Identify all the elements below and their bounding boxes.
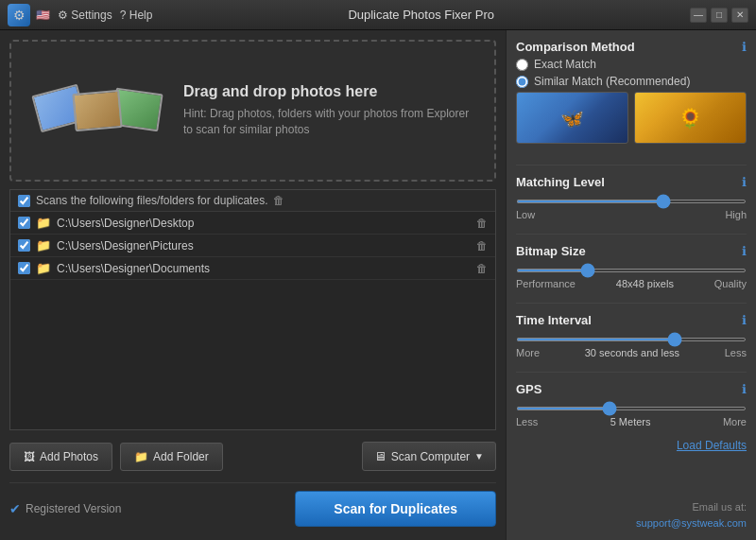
matching-level-header: Matching Level ℹ [516, 175, 747, 189]
scan-duplicates-button[interactable]: Scan for Duplicates [295, 491, 496, 527]
check-icon: ✔ [9, 501, 21, 516]
bitmap-size-slider[interactable] [516, 269, 747, 272]
drop-text: Drag and drop photos here Hint: Drag pho… [183, 83, 479, 138]
window-title: Duplicate Photos Fixer Pro [152, 8, 690, 22]
drop-hint: Hint: Drag photos, folders with your pho… [183, 106, 479, 138]
email-address[interactable]: support@systweak.com [636, 517, 747, 529]
gps-center: 5 Meters [610, 416, 651, 427]
similar-match-radio-input[interactable] [516, 76, 528, 88]
similar-match-label: Similar Match (Recommended) [534, 75, 690, 88]
folder-icon-0: 📁 [36, 216, 51, 230]
list-item: 📁 C:\Users\Designer\Documents 🗑 [10, 257, 495, 280]
divider-2 [516, 234, 747, 235]
comparison-method-radio-group: Exact Match Similar Match (Recommended) [516, 58, 747, 88]
folder-list-checkbox[interactable] [18, 195, 30, 207]
folder-path-1: C:\Users\Designer\Pictures [57, 239, 471, 253]
folder-path-0: C:\Users\Designer\Desktop [57, 217, 471, 230]
registered-badge: ✔ Registered Version [9, 501, 121, 516]
add-photos-button[interactable]: 🖼 Add Photos [9, 443, 112, 471]
bitmap-size-labels: Performance 48x48 pixels Quality [516, 278, 747, 289]
scan-computer-button[interactable]: 🖥 Scan Computer ▼ [362, 442, 496, 471]
thumbnail-yellow: 🌻 [634, 92, 747, 144]
exact-match-radio-input[interactable] [516, 59, 528, 71]
add-folder-icon: 📁 [134, 450, 148, 463]
bitmap-size-info-icon[interactable]: ℹ [742, 244, 747, 258]
titlebar-menu: 🇺🇸 ⚙ Settings ? Help [36, 9, 152, 22]
gps-less: Less [516, 416, 538, 427]
right-panel: Comparison Method ℹ Exact Match Similar … [506, 30, 756, 540]
titlebar-controls: — □ ✕ [690, 8, 748, 23]
comparison-method-section: Comparison Method ℹ Exact Match Similar … [516, 40, 747, 151]
folder-checkbox-0[interactable] [18, 217, 30, 229]
time-interval-less: Less [725, 347, 747, 358]
gps-header: GPS ℹ [516, 382, 747, 396]
time-interval-section: Time Interval ℹ More 30 seconds and less… [516, 313, 747, 358]
bitmap-size-title: Bitmap Size [516, 244, 586, 258]
divider-4 [516, 372, 747, 373]
close-button[interactable]: ✕ [731, 8, 748, 23]
folder-list-delete-icon[interactable]: 🗑 [273, 194, 284, 207]
main-container: Drag and drop photos here Hint: Drag pho… [0, 30, 756, 540]
email-label: Email us at: [516, 499, 747, 515]
folder-checkbox-1[interactable] [18, 239, 30, 252]
load-defaults-button[interactable]: Load Defaults [516, 439, 747, 452]
folder-list-header: Scans the following files/folders for du… [10, 190, 495, 212]
bitmap-size-center: 48x48 pixels [616, 278, 674, 289]
photo-card-2 [72, 90, 122, 131]
help-menu[interactable]: ? Help [120, 9, 153, 22]
time-interval-title: Time Interval [516, 313, 592, 327]
bitmap-size-quality: Quality [714, 278, 747, 289]
folder-list: Scans the following files/folders for du… [9, 189, 496, 430]
gps-more: More [723, 416, 747, 427]
folder-delete-1[interactable]: 🗑 [476, 239, 488, 253]
divider-3 [516, 303, 747, 304]
comparison-method-info-icon[interactable]: ℹ [742, 40, 747, 54]
registered-label: Registered Version [26, 502, 121, 515]
scan-bar: ✔ Registered Version Scan for Duplicates [9, 482, 496, 531]
matching-level-title: Matching Level [516, 175, 605, 189]
bitmap-size-section: Bitmap Size ℹ Performance 48x48 pixels Q… [516, 244, 747, 289]
butterfly-icon: 🦋 [517, 93, 627, 143]
comparison-method-title: Comparison Method [516, 40, 635, 54]
time-interval-more: More [516, 347, 540, 358]
folder-path-2: C:\Users\Designer\Documents [57, 262, 471, 275]
minimize-button[interactable]: — [690, 8, 707, 23]
folder-checkbox-2[interactable] [18, 262, 30, 274]
add-photos-icon: 🖼 [24, 450, 35, 463]
divider-1 [516, 165, 747, 165]
add-folder-button[interactable]: 📁 Add Folder [120, 443, 223, 471]
time-interval-center: 30 seconds and less [585, 347, 679, 358]
thumbnail-blue: 🦋 [516, 92, 628, 144]
settings-menu[interactable]: ⚙ Settings [58, 9, 112, 22]
photo-stack [26, 92, 168, 130]
matching-level-labels: Low High [516, 209, 747, 220]
folder-icon-1: 📁 [36, 238, 51, 253]
exact-match-radio[interactable]: Exact Match [516, 58, 747, 71]
dropdown-arrow-icon: ▼ [474, 451, 484, 462]
comparison-method-header: Comparison Method ℹ [516, 40, 747, 54]
folder-delete-2[interactable]: 🗑 [476, 262, 488, 275]
add-folder-label: Add Folder [153, 450, 209, 463]
add-photos-label: Add Photos [40, 450, 98, 463]
time-interval-info-icon[interactable]: ℹ [742, 313, 747, 327]
list-item: 📁 C:\Users\Designer\Desktop 🗑 [10, 212, 495, 235]
matching-level-info-icon[interactable]: ℹ [742, 175, 747, 189]
time-interval-header: Time Interval ℹ [516, 313, 747, 327]
bitmap-size-performance: Performance [516, 278, 576, 289]
time-interval-slider[interactable] [516, 338, 747, 341]
folder-icon-2: 📁 [36, 261, 51, 275]
bitmap-size-header: Bitmap Size ℹ [516, 244, 747, 258]
matching-level-slider[interactable] [516, 200, 747, 203]
sunflower-icon: 🌻 [635, 93, 746, 143]
list-item: 📁 C:\Users\Designer\Pictures 🗑 [10, 235, 495, 257]
gps-slider[interactable] [516, 407, 747, 410]
similar-match-radio[interactable]: Similar Match (Recommended) [516, 75, 747, 88]
folder-delete-0[interactable]: 🗑 [476, 217, 488, 230]
drop-zone[interactable]: Drag and drop photos here Hint: Drag pho… [9, 40, 496, 182]
drop-heading: Drag and drop photos here [183, 83, 479, 100]
matching-level-low: Low [516, 209, 535, 220]
gps-info-icon[interactable]: ℹ [742, 382, 747, 396]
maximize-button[interactable]: □ [711, 8, 728, 23]
titlebar: ⚙ 🇺🇸 ⚙ Settings ? Help Duplicate Photos … [0, 0, 756, 30]
monitor-icon: 🖥 [374, 449, 387, 463]
